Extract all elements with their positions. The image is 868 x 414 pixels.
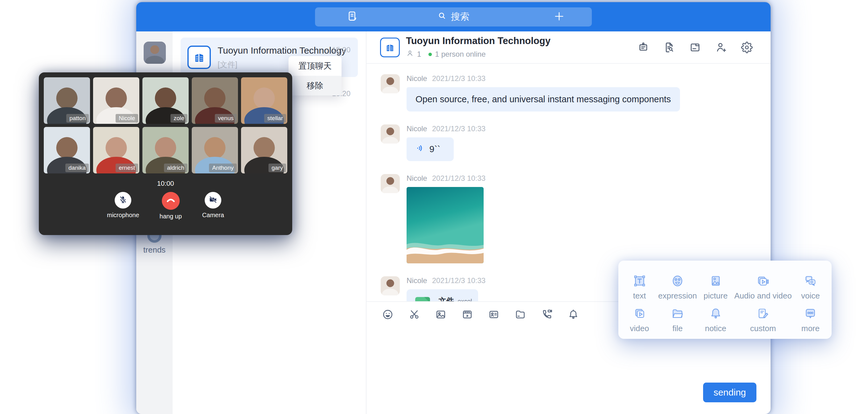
emoji-icon[interactable]: [382, 309, 394, 320]
settings-gear-icon[interactable]: [741, 41, 753, 53]
sender-avatar[interactable]: [381, 74, 400, 93]
text-message-bubble[interactable]: Open source, free, and universal instant…: [407, 87, 680, 112]
tool-video[interactable]: video: [621, 300, 658, 333]
search-bar[interactable]: 搜索: [315, 7, 592, 27]
text-tool-icon: [632, 274, 647, 288]
menu-item-remove[interactable]: 移除: [288, 76, 342, 95]
more-tool-icon: [803, 307, 817, 321]
chat-item-title: Tuoyun Information Technology: [218, 45, 351, 56]
online-status: 1 person online: [435, 50, 486, 59]
organization-icon: [187, 45, 211, 69]
expression-tool-icon: [671, 274, 685, 288]
voice-message-bubble[interactable]: 9``: [407, 137, 454, 161]
search-input[interactable]: 搜索: [437, 10, 469, 23]
tool-more[interactable]: more: [792, 300, 829, 333]
file-name: 文件.excel: [439, 296, 472, 301]
group-files-icon[interactable]: [689, 41, 701, 53]
voice-duration: 9``: [429, 144, 440, 154]
add-button[interactable]: [554, 7, 565, 27]
participant-tile: stellar: [241, 77, 287, 124]
participant-name: Anthony: [209, 164, 237, 172]
microphone-toggle-button[interactable]: microphone: [107, 192, 139, 220]
sender-avatar[interactable]: [381, 276, 400, 295]
sender-avatar[interactable]: [381, 174, 400, 193]
chat-history-search-icon[interactable]: [663, 41, 675, 53]
page: 搜索 trends: [0, 0, 868, 414]
call-controls: microphone hang up: [44, 192, 287, 220]
hang-up-icon: [165, 195, 176, 207]
sender-avatar[interactable]: [381, 124, 400, 144]
participant-tile: gary: [241, 127, 287, 173]
folder-icon[interactable]: [515, 309, 526, 320]
chat-context-menu: 置顶聊天 移除: [288, 56, 342, 95]
user-avatar[interactable]: [144, 41, 166, 64]
participant-name: zole: [170, 114, 187, 123]
app-header: 搜索: [136, 2, 771, 31]
video-icon[interactable]: [461, 309, 473, 320]
tool-label: expression: [658, 291, 697, 300]
tool-notice[interactable]: notice: [697, 300, 734, 333]
file-extension: .excel: [456, 298, 472, 301]
image-icon[interactable]: [435, 309, 447, 320]
tool-text[interactable]: text: [621, 268, 658, 300]
excel-file-icon: [413, 295, 432, 301]
call-icon[interactable]: [541, 309, 553, 320]
voice-tool-icon: [803, 274, 817, 288]
tool-custom[interactable]: custom: [734, 300, 792, 333]
microphone-muted-icon: [118, 195, 128, 205]
menu-item-pin-chat[interactable]: 置顶聊天: [288, 56, 342, 76]
call-log-button[interactable]: [346, 7, 358, 27]
custom-tool-icon: [756, 307, 770, 321]
participant-tile: aldrich: [143, 127, 189, 173]
camera-toggle-button[interactable]: Camera: [202, 192, 224, 220]
file-tool-icon: [671, 307, 685, 321]
call-timer: 10:00: [44, 180, 287, 188]
participant-tile: zole: [143, 77, 189, 124]
participant-tile: Nicole: [93, 77, 139, 124]
video-call-panel: patton Nicole zole venus stellar danika …: [39, 72, 292, 235]
tool-voice[interactable]: voice: [792, 268, 829, 300]
message-timestamp: 2021/12/3 10:33: [432, 74, 486, 83]
conversation-panel: Tuoyun Information Technology 1 1 person…: [367, 31, 771, 414]
contact-card-icon[interactable]: [488, 309, 500, 320]
tool-label: custom: [750, 324, 776, 333]
message-text: Nicole 2021/12/3 10:33 Open source, free…: [381, 74, 771, 112]
participant-tile: venus: [192, 77, 238, 124]
audio-video-tool-icon: [756, 274, 770, 288]
send-button[interactable]: sending: [703, 383, 756, 402]
participant-name: Nicole: [116, 114, 138, 123]
member-count: 1: [417, 50, 421, 59]
members-icon: [406, 49, 414, 59]
participant-name: stellar: [264, 114, 286, 123]
message-input-area[interactable]: sending: [367, 327, 771, 414]
participant-tile: ernest: [93, 127, 139, 173]
notification-bell-icon[interactable]: [567, 309, 579, 320]
participant-name: danika: [65, 164, 89, 172]
search-icon: [437, 11, 447, 23]
tool-label: Audio and video: [734, 291, 792, 300]
hang-up-button[interactable]: hang up: [160, 192, 182, 220]
plus-icon: [554, 11, 565, 23]
message-timestamp: 2021/12/3 10:33: [432, 174, 486, 183]
message-sender: Nicole: [407, 276, 427, 285]
search-placeholder: 搜索: [451, 10, 469, 23]
picture-tool-icon: [709, 274, 723, 288]
tool-picture[interactable]: picture: [697, 268, 734, 300]
camera-label: Camera: [202, 212, 224, 219]
screenshot-scissors-icon[interactable]: [408, 309, 420, 320]
tool-expression[interactable]: expression: [658, 268, 697, 300]
image-message-thumbnail[interactable]: [407, 187, 484, 263]
tool-audio-video[interactable]: Audio and video: [734, 268, 792, 300]
organization-icon: [380, 38, 400, 57]
online-dot: [429, 53, 432, 56]
tool-file[interactable]: file: [658, 300, 697, 333]
group-profile-icon[interactable]: [638, 41, 649, 53]
message-sender: Nicole: [407, 124, 427, 133]
file-message-bubble[interactable]: 文件.excel 12.8M: [407, 289, 478, 301]
add-member-icon[interactable]: [715, 41, 727, 53]
message-image: Nicole 2021/12/3 10:33: [381, 174, 771, 263]
message-sender: Nicole: [407, 174, 427, 183]
participant-name: gary: [269, 164, 286, 172]
trends-label: trends: [136, 245, 173, 255]
video-tool-icon: [632, 307, 647, 321]
